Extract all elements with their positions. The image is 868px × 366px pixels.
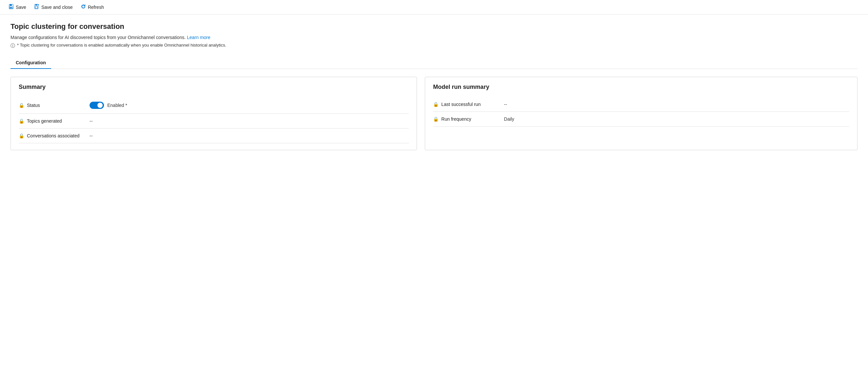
- status-lock-icon: 🔒: [19, 103, 24, 108]
- page-note: ⓘ * Topic clustering for conversations i…: [10, 43, 858, 49]
- run-frequency-value: Daily: [504, 116, 514, 122]
- save-and-close-button[interactable]: Save and close: [31, 2, 76, 12]
- last-successful-run-label: Last successful run: [441, 102, 480, 107]
- run-frequency-lock-icon: 🔒: [433, 116, 439, 122]
- last-successful-run-value: --: [504, 102, 507, 107]
- status-label: Status: [27, 103, 40, 108]
- topics-generated-value: --: [90, 118, 93, 124]
- note-text: * Topic clustering for conversations is …: [17, 43, 226, 48]
- svg-rect-6: [35, 6, 38, 8]
- tab-configuration[interactable]: Configuration: [10, 57, 51, 68]
- conversations-associated-label: Conversations associated: [27, 133, 80, 139]
- last-successful-run-field-row: 🔒 Last successful run --: [433, 97, 849, 112]
- last-run-label-container: 🔒 Last successful run: [433, 102, 499, 107]
- info-icon: ⓘ: [10, 43, 15, 49]
- status-toggle-container: Enabled *: [90, 102, 127, 109]
- tab-configuration-label: Configuration: [16, 60, 46, 65]
- save-close-icon: [34, 4, 39, 10]
- page-title: Topic clustering for conversation: [10, 22, 858, 31]
- last-run-lock-icon: 🔒: [433, 102, 439, 107]
- refresh-icon: [81, 4, 86, 10]
- run-frequency-label: Run frequency: [441, 116, 471, 122]
- svg-rect-5: [35, 4, 37, 6]
- topics-generated-label: Topics generated: [27, 118, 62, 124]
- status-field-row: 🔒 Status Enabled *: [19, 97, 409, 114]
- svg-rect-3: [10, 7, 12, 8]
- page-description: Manage configurations for AI discovered …: [10, 35, 858, 40]
- svg-rect-1: [10, 4, 12, 6]
- tabs-container: Configuration: [10, 57, 858, 69]
- learn-more-link[interactable]: Learn more: [187, 35, 211, 40]
- status-toggle-label: Enabled *: [107, 103, 127, 108]
- model-run-card-title: Model run summary: [433, 84, 849, 91]
- conversations-lock-icon: 🔒: [19, 133, 24, 139]
- status-toggle[interactable]: [90, 102, 104, 109]
- conversations-associated-label-container: 🔒 Conversations associated: [19, 133, 84, 139]
- description-text: Manage configurations for AI discovered …: [10, 35, 186, 40]
- cards-row: Summary 🔒 Status Enabled * 🔒: [10, 77, 858, 150]
- refresh-label: Refresh: [88, 5, 104, 10]
- refresh-button[interactable]: Refresh: [78, 2, 107, 12]
- conversations-associated-field-row: 🔒 Conversations associated --: [19, 128, 409, 143]
- status-label-container: 🔒 Status: [19, 103, 84, 108]
- save-label: Save: [16, 5, 26, 10]
- topics-generated-label-container: 🔒 Topics generated: [19, 118, 84, 124]
- save-button[interactable]: Save: [5, 2, 30, 12]
- summary-card-title: Summary: [19, 84, 409, 91]
- save-and-close-label: Save and close: [41, 5, 73, 10]
- topics-lock-icon: 🔒: [19, 118, 24, 124]
- run-frequency-field-row: 🔒 Run frequency Daily: [433, 112, 849, 127]
- page-content: Topic clustering for conversation Manage…: [0, 14, 868, 158]
- run-frequency-label-container: 🔒 Run frequency: [433, 116, 499, 122]
- toolbar: Save Save and close Refresh: [0, 0, 868, 14]
- summary-card: Summary 🔒 Status Enabled * 🔒: [10, 77, 417, 150]
- save-icon: [8, 4, 14, 10]
- topics-generated-field-row: 🔒 Topics generated --: [19, 114, 409, 128]
- toggle-slider: [90, 102, 104, 109]
- model-run-card: Model run summary 🔒 Last successful run …: [425, 77, 858, 150]
- conversations-associated-value: --: [90, 133, 93, 139]
